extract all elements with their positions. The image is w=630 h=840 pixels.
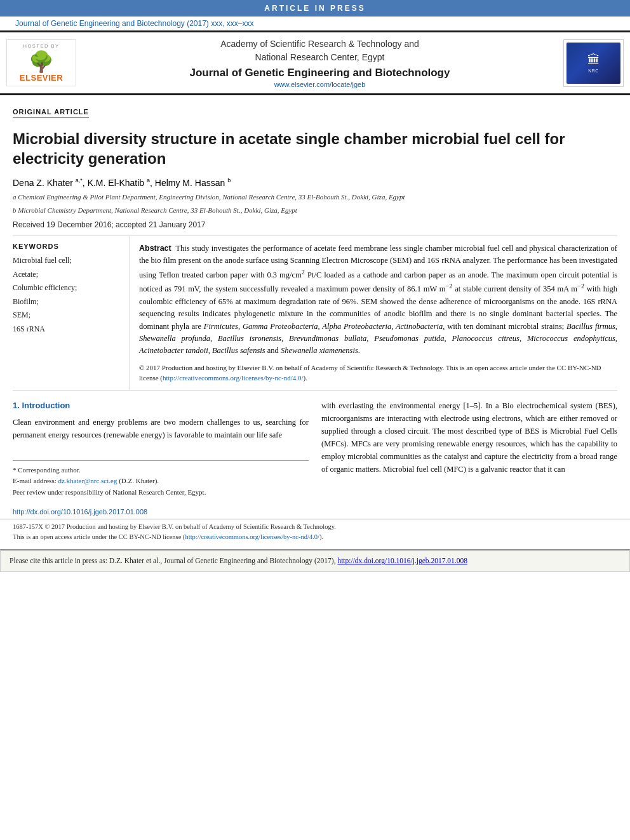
email-label: E-mail address: <box>13 477 57 484</box>
abstract-box: Abstract This study investigates the per… <box>130 236 617 390</box>
left-column: 1. Introduction Clean environment and en… <box>13 399 309 498</box>
affiliation-a: a Chemical Engineering & Pilot Plant Dep… <box>13 192 617 203</box>
keyword-3: Columbic efficiency; <box>13 281 123 295</box>
keyword-5: SEM; <box>13 309 123 323</box>
copyright-link[interactable]: http://creativecommons.org/licenses/by-n… <box>163 374 304 382</box>
abstract-label: Abstract <box>139 244 171 253</box>
authors-line: Dena Z. Khater a,*, K.M. El-Khatib a, He… <box>13 177 617 188</box>
keywords-list: Microbial fuel cell; Acetate; Columbic e… <box>13 254 123 337</box>
affiliation-b: b Microbial Chemistry Department, Nation… <box>13 205 617 216</box>
right-column: with everlasting the environmental energ… <box>321 399 617 498</box>
footnote-peer-review: Peer review under responsibility of Nati… <box>13 487 309 498</box>
received-date: Received 19 December 2016; accepted 21 J… <box>13 220 617 229</box>
nrc-logo: NRC <box>563 39 624 87</box>
section-label-wrapper: ORIGINAL ARTICLE <box>13 107 617 123</box>
journal-name-header: Journal of Genetic Engineering and Biote… <box>83 67 557 79</box>
article-in-press-banner: ARTICLE IN PRESS <box>0 0 630 17</box>
author-khatib: K.M. El-Khatib a <box>88 178 150 188</box>
elsevier-name: ELSEVIER <box>20 73 63 83</box>
hosted-by-label: HOSTED BY <box>23 43 60 49</box>
footnote-email: E-mail address: dz.khater@nrc.sci.eg (D.… <box>13 476 309 487</box>
introduction-heading: 1. Introduction <box>13 399 309 412</box>
citation-text: Please cite this article in press as: D.… <box>10 557 336 564</box>
copyright-text: © 2017 Production and hosting by Elsevie… <box>139 363 617 383</box>
journal-citation: Journal of Genetic Engineering and Biote… <box>0 17 630 30</box>
doi-link[interactable]: http://dx.doi.org/10.1016/j.jgeb.2017.01… <box>13 508 147 516</box>
keyword-6: 16S rRNA <box>13 323 123 337</box>
author-dena: Dena Z. Khater a,* <box>13 178 83 188</box>
elsevier-logo: HOSTED BY 🌳 ELSEVIER <box>6 39 76 86</box>
citation-doi-link[interactable]: http://dx.doi.org/10.1016/j.jgeb.2017.01… <box>337 557 467 564</box>
nrc-box: NRC <box>566 43 620 84</box>
keyword-2: Acetate; <box>13 268 123 282</box>
citation-bar: Please cite this article in press as: D.… <box>0 549 630 572</box>
abstract-text: Abstract This study investigates the per… <box>139 243 617 357</box>
institution-line1: Academy of Scientific Research & Technol… <box>83 37 557 51</box>
footer-license-text: This is an open access article under the… <box>13 533 185 540</box>
keywords-title: KEYWORDS <box>13 243 123 250</box>
footer-license-link[interactable]: http://creativecommons.org/licenses/by-n… <box>185 533 319 540</box>
footnote-area: * Corresponding author. E-mail address: … <box>13 460 309 498</box>
article-title: Microbial diversity structure in acetate… <box>13 129 617 168</box>
journal-url: www.elsevier.com/locate/jgeb <box>83 81 557 88</box>
footer-issn: 1687-157X © 2017 Production and hosting … <box>13 522 617 533</box>
keywords-abstract-section: KEYWORDS Microbial fuel cell; Acetate; C… <box>13 236 617 390</box>
author-hassan: Helmy M. Hassan b <box>155 178 231 188</box>
footer-license-close: ). <box>319 533 323 540</box>
journal-header: HOSTED BY 🌳 ELSEVIER Academy of Scientif… <box>0 30 630 95</box>
footer-license: This is an open access article under the… <box>13 532 617 543</box>
abstract-body: This study investigates the performance … <box>139 244 617 355</box>
institution-line2: National Research Center, Egypt <box>83 51 557 64</box>
intro-para2: with everlasting the environmental energ… <box>321 399 617 476</box>
footnote-corresponding: * Corresponding author. <box>13 465 309 476</box>
page-footer: 1687-157X © 2017 Production and hosting … <box>0 519 630 546</box>
keywords-box: KEYWORDS Microbial fuel cell; Acetate; C… <box>13 236 130 390</box>
section-label: ORIGINAL ARTICLE <box>13 108 89 117</box>
intro-para1: Clean environment and energy problems ar… <box>13 416 309 441</box>
nrc-text: NRC <box>588 69 599 73</box>
elsevier-tree-icon: 🌳 <box>29 51 54 73</box>
keyword-4: Biofilm; <box>13 295 123 309</box>
journal-center-info: Academy of Scientific Research & Technol… <box>83 37 557 88</box>
main-content: ORIGINAL ARTICLE Microbial diversity str… <box>0 95 630 505</box>
keyword-1: Microbial fuel cell; <box>13 254 123 268</box>
email-link[interactable]: dz.khater@nrc.sci.eg <box>58 477 117 484</box>
body-columns: 1. Introduction Clean environment and en… <box>13 399 617 498</box>
email-suffix: (D.Z. Khater). <box>119 477 159 484</box>
journal-citation-link[interactable]: Journal of Genetic Engineering and Biote… <box>8 17 262 30</box>
doi-bar: http://dx.doi.org/10.1016/j.jgeb.2017.01… <box>0 505 630 519</box>
